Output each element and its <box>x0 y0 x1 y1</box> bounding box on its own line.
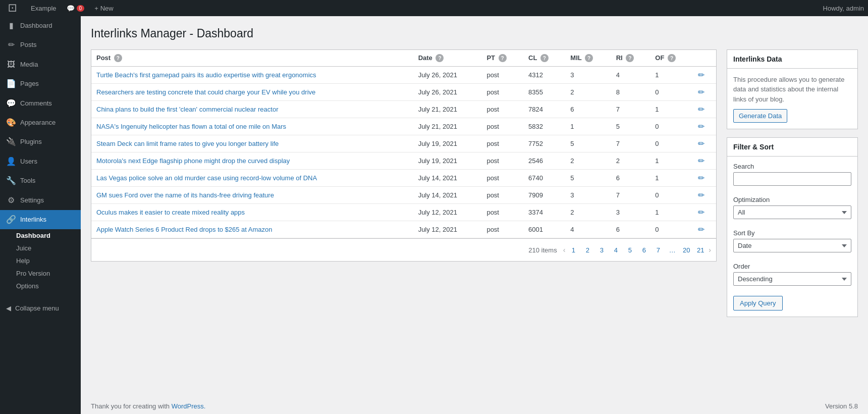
sidebar-item-settings[interactable]: ⚙ Settings <box>0 191 81 210</box>
edit-icon[interactable]: ✏ <box>698 71 704 79</box>
interlinks-data-body: This procedure allows you to generate da… <box>727 69 857 129</box>
total-items: 210 items <box>528 246 557 254</box>
page-4-button[interactable]: 4 <box>610 244 622 256</box>
wp-logo-button[interactable]: ⚀ <box>4 0 25 16</box>
cell-actions: ✏ <box>693 135 716 152</box>
edit-icon[interactable]: ✏ <box>698 174 704 182</box>
cl-help-icon[interactable]: ? <box>540 54 549 62</box>
sidebar-item-comments[interactable]: 💬 Comments <box>0 94 81 113</box>
sidebar-item-posts[interactable]: ✏ Posts <box>0 35 81 55</box>
table-row: Las Vegas police solve an old murder cas… <box>91 170 716 187</box>
page-6-button[interactable]: 6 <box>638 244 650 256</box>
post-link[interactable]: NASA's Ingenuity helicopter has flown a … <box>96 123 286 130</box>
page-2-button[interactable]: 2 <box>581 244 593 256</box>
post-link[interactable]: Oculus makes it easier to create mixed r… <box>96 209 245 216</box>
footer-text: Thank you for creating with <box>91 402 172 410</box>
cell-cl: 8355 <box>523 84 565 101</box>
order-label: Order <box>733 263 851 270</box>
edit-icon[interactable]: ✏ <box>698 105 704 114</box>
table-container: Post ? Date ? PT ? <box>91 49 717 262</box>
cell-cl: 7824 <box>523 101 565 118</box>
page-21-button[interactable]: 21 <box>694 244 707 256</box>
sidebar-item-interlinks[interactable]: 🔗 Interlinks <box>0 210 81 229</box>
ri-help-icon[interactable]: ? <box>626 54 634 62</box>
apply-query-button[interactable]: Apply Query <box>733 296 783 310</box>
cell-pt: post <box>481 221 523 238</box>
submenu-item-options[interactable]: Options <box>0 280 81 292</box>
appearance-icon: 🎨 <box>6 117 16 128</box>
search-input[interactable] <box>733 172 851 186</box>
submenu-item-dashboard[interactable]: Dashboard <box>0 229 81 242</box>
post-link[interactable]: Turtle Beach's first gamepad pairs its a… <box>96 71 316 79</box>
edit-icon[interactable]: ✏ <box>698 139 704 148</box>
cell-actions: ✏ <box>693 84 716 101</box>
plugins-icon: 🔌 <box>6 136 16 147</box>
sidebar-item-media[interactable]: 🖼 Media <box>0 55 81 74</box>
edit-icon[interactable]: ✏ <box>698 122 704 131</box>
posts-table-wrap: Post ? Date ? PT ? <box>91 49 717 262</box>
cell-actions: ✏ <box>693 187 716 204</box>
pt-help-icon[interactable]: ? <box>499 54 507 62</box>
cell-of: 1 <box>650 101 693 118</box>
sort-by-select[interactable]: Date CL MIL RI OF <box>733 239 851 252</box>
prev-page-button[interactable]: ‹ <box>563 246 566 254</box>
sidebar-item-pages[interactable]: 📄 Pages <box>0 74 81 93</box>
settings-icon: ⚙ <box>6 195 16 206</box>
submenu-item-juice[interactable]: Juice <box>0 242 81 254</box>
post-link[interactable]: Researchers are testing concrete that co… <box>96 88 315 96</box>
edit-icon[interactable]: ✏ <box>698 88 704 96</box>
cell-mil: 5 <box>565 170 611 187</box>
page-3-button[interactable]: 3 <box>595 244 608 256</box>
submenu-item-pro-version[interactable]: Pro Version <box>0 267 81 280</box>
posts-table: Post ? Date ? PT ? <box>91 50 716 239</box>
post-link[interactable]: GM sues Ford over the name of its hands-… <box>96 191 274 199</box>
next-page-button[interactable]: › <box>709 246 711 254</box>
post-link[interactable]: Apple Watch Series 6 Product Red drops t… <box>96 226 273 233</box>
sidebar-item-appearance[interactable]: 🎨 Appearance <box>0 113 81 132</box>
post-link[interactable]: Las Vegas police solve an old murder cas… <box>96 174 317 182</box>
site-name-button[interactable]: Example <box>27 0 61 16</box>
edit-icon[interactable]: ✏ <box>698 225 704 234</box>
sidebar-item-plugins[interactable]: 🔌 Plugins <box>0 132 81 151</box>
post-link[interactable]: Motorola's next Edge flagship phone migh… <box>96 157 290 165</box>
mil-help-icon[interactable]: ? <box>585 54 593 62</box>
comments-count: 0 <box>77 5 85 12</box>
page-20-button[interactable]: 20 <box>680 244 692 256</box>
sidebar-item-label-tools: Tools <box>20 176 35 185</box>
cell-cl: 5832 <box>523 118 565 135</box>
sidebar-item-users[interactable]: 👤 Users <box>0 152 81 171</box>
optimization-select[interactable]: All Optimized Not Optimized <box>733 205 851 219</box>
sidebar-item-label-interlinks: Interlinks <box>20 215 46 224</box>
post-link[interactable]: China plans to build the first 'clean' c… <box>96 106 278 113</box>
edit-icon[interactable]: ✏ <box>698 157 704 165</box>
content-layout: Post ? Date ? PT ? <box>91 49 858 326</box>
page-1-button[interactable]: 1 <box>567 244 579 256</box>
cell-cl: 7752 <box>523 135 565 152</box>
edit-icon[interactable]: ✏ <box>698 208 704 217</box>
cell-ri: 6 <box>611 170 650 187</box>
new-content-button[interactable]: + New <box>90 5 118 12</box>
howdy-label: Howdy, admin <box>823 5 864 12</box>
sidebar-item-label-dashboard: Dashboard <box>20 21 52 30</box>
of-help-icon[interactable]: ? <box>668 54 676 62</box>
sort-by-label: Sort By <box>733 229 851 237</box>
sidebar-item-label-posts: Posts <box>20 40 37 49</box>
post-link[interactable]: Steam Deck can limit frame rates to give… <box>96 140 279 147</box>
post-help-icon[interactable]: ? <box>114 54 122 62</box>
cell-pt: post <box>481 152 523 170</box>
collapse-menu-button[interactable]: ◀ Collapse menu <box>0 300 81 316</box>
submenu-item-help[interactable]: Help <box>0 254 81 267</box>
wordpress-link[interactable]: WordPress. <box>172 402 206 410</box>
sidebar-item-dashboard[interactable]: ▮ Dashboard <box>0 16 81 35</box>
cell-date: July 14, 2021 <box>413 170 482 187</box>
cell-pt: post <box>481 67 523 84</box>
order-select[interactable]: Descending Ascending <box>733 272 851 286</box>
cell-actions: ✏ <box>693 170 716 187</box>
edit-icon[interactable]: ✏ <box>698 191 704 199</box>
page-5-button[interactable]: 5 <box>624 244 636 256</box>
sidebar-item-tools[interactable]: 🔧 Tools <box>0 171 81 190</box>
comments-button[interactable]: 💬 0 <box>63 0 89 16</box>
page-7-button[interactable]: 7 <box>652 244 664 256</box>
date-help-icon[interactable]: ? <box>436 54 444 62</box>
generate-data-button[interactable]: Generate Data <box>733 109 787 123</box>
